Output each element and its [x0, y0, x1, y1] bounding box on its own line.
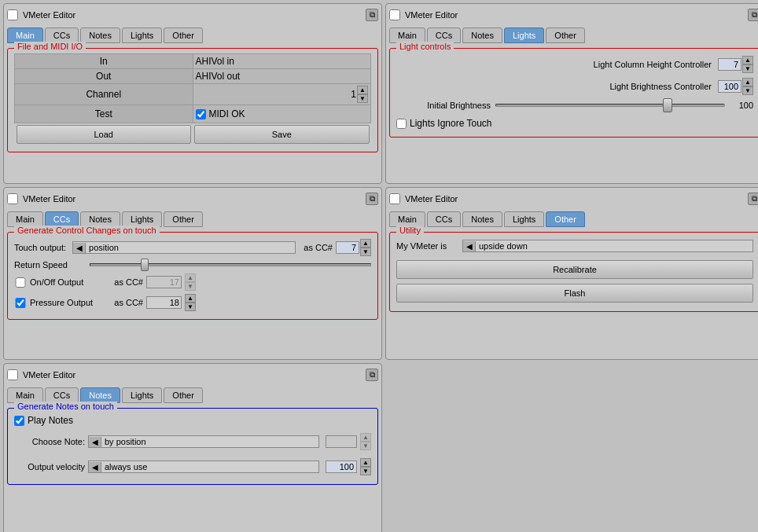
- out-label: Out: [15, 69, 193, 84]
- light-bright-increment[interactable]: ▲: [742, 78, 753, 86]
- titlebar-top-right: VMeter Editor ⧉: [389, 7, 758, 23]
- touch-cc-increment[interactable]: ▲: [360, 239, 371, 248]
- choose-note-dropdown[interactable]: ◀ by position: [88, 435, 319, 448]
- channel-increment[interactable]: ▲: [357, 86, 368, 94]
- tab-other-mid-right[interactable]: Other: [546, 211, 585, 227]
- tab-notes-bottom-left[interactable]: Notes: [80, 387, 120, 403]
- pressure-cc-input[interactable]: [146, 296, 182, 309]
- tab-ccs-bottom-left[interactable]: CCs: [45, 387, 79, 403]
- initial-bright-thumb[interactable]: [663, 98, 672, 112]
- output-vel-value: always use: [101, 461, 318, 472]
- minimize-btn-mid-right[interactable]: ⧉: [748, 193, 758, 205]
- touch-output-dropdown[interactable]: ◀ position: [72, 241, 296, 254]
- light-col-btns: ▲ ▼: [742, 56, 753, 73]
- onoff-check[interactable]: [14, 277, 27, 288]
- choose-note-num[interactable]: [326, 435, 357, 448]
- tab-main-top-left[interactable]: Main: [7, 28, 43, 43]
- light-bright-row: Light Brightness Controller 100 ▲ ▼: [396, 75, 753, 97]
- tab-lights-mid-right[interactable]: Lights: [504, 211, 544, 227]
- midi-ok-check[interactable]: [196, 109, 206, 119]
- minimize-btn-mid-left[interactable]: ⧉: [366, 193, 378, 205]
- recalibrate-button[interactable]: Recalibrate: [396, 260, 753, 279]
- touch-cc-decrement[interactable]: ▼: [360, 248, 371, 256]
- tab-notes-mid-right[interactable]: Notes: [462, 211, 502, 227]
- vmeter-is-dropdown[interactable]: ◀ upside down: [462, 240, 753, 252]
- tab-notes-top-left[interactable]: Notes: [80, 28, 120, 43]
- initial-bright-val: 100: [730, 101, 753, 110]
- tab-main-bottom-left[interactable]: Main: [7, 387, 43, 403]
- choose-note-decrement[interactable]: ▼: [360, 442, 371, 450]
- tab-ccs-top-left[interactable]: CCs: [45, 28, 79, 43]
- load-button[interactable]: Load: [17, 125, 192, 144]
- light-col-increment[interactable]: ▲: [742, 56, 753, 64]
- pressure-check[interactable]: [14, 298, 27, 308]
- tab-other-top-right[interactable]: Other: [546, 28, 585, 43]
- panel-check-top-right[interactable]: [389, 9, 400, 20]
- tabs-mid-left: Main CCs Notes Lights Other: [7, 211, 378, 227]
- save-button[interactable]: Save: [194, 125, 370, 144]
- minimize-btn-bottom-left[interactable]: ⧉: [366, 369, 378, 381]
- titlebar-top-left: VMeter Editor ⧉: [7, 7, 378, 23]
- tab-other-top-left[interactable]: Other: [164, 28, 203, 43]
- vmeter-is-value: upside down: [476, 240, 752, 251]
- tab-ccs-mid-left[interactable]: CCs: [45, 211, 79, 227]
- output-vel-decrement[interactable]: ▼: [360, 467, 371, 475]
- light-bright-btns: ▲ ▼: [742, 78, 753, 95]
- minimize-btn-top-left[interactable]: ⧉: [366, 9, 378, 21]
- tab-main-mid-left[interactable]: Main: [7, 211, 43, 227]
- panel-check-top-left[interactable]: [7, 9, 18, 20]
- tabs-top-right: Main CCs Notes Lights Other: [389, 28, 758, 43]
- light-bright-decrement[interactable]: ▼: [742, 86, 753, 95]
- tab-main-top-right[interactable]: Main: [389, 28, 425, 43]
- panel-check-mid-right[interactable]: [389, 193, 400, 204]
- vmeter-is-label: My VMeter is: [396, 241, 459, 251]
- light-col-val: 7: [718, 58, 741, 71]
- light-col-label: Light Column Height Controller: [396, 60, 715, 69]
- choose-note-increment[interactable]: ▲: [360, 433, 371, 442]
- channel-decrement[interactable]: ▼: [357, 94, 368, 103]
- pressure-cc-increment[interactable]: ▲: [185, 294, 196, 303]
- initial-bright-track[interactable]: [495, 104, 725, 107]
- choose-note-arrow[interactable]: ◀: [89, 437, 101, 447]
- panel-check-mid-left[interactable]: [7, 193, 18, 204]
- tab-notes-top-right[interactable]: Notes: [462, 28, 502, 43]
- ignore-touch-check[interactable]: [396, 119, 407, 129]
- empty-bottom-right: [385, 363, 758, 532]
- return-speed-track[interactable]: [90, 263, 371, 266]
- panel-mid-left: VMeter Editor ⧉ Main CCs Notes Lights Ot…: [3, 187, 382, 360]
- output-vel-label: Output velocity: [14, 462, 85, 471]
- minimize-btn-top-right[interactable]: ⧉: [748, 9, 758, 21]
- tab-other-bottom-left[interactable]: Other: [164, 387, 203, 403]
- touch-output-arrow[interactable]: ◀: [73, 243, 86, 253]
- output-vel-increment[interactable]: ▲: [360, 458, 371, 467]
- tab-lights-mid-left[interactable]: Lights: [122, 211, 162, 227]
- output-vel-arrow[interactable]: ◀: [89, 462, 101, 472]
- tab-main-mid-right[interactable]: Main: [389, 211, 425, 227]
- pressure-cc-btns: ▲ ▼: [185, 294, 196, 311]
- choose-note-row: Choose Note: ◀ by position ▲ ▼: [14, 431, 371, 453]
- test-label: Test: [15, 105, 193, 123]
- output-vel-row: Output velocity ◀ always use 100 ▲ ▼: [14, 456, 371, 478]
- tab-ccs-top-right[interactable]: CCs: [427, 28, 461, 43]
- touch-cc-val: 7: [336, 241, 359, 254]
- vmeter-is-arrow[interactable]: ◀: [463, 241, 476, 251]
- tab-lights-top-right[interactable]: Lights: [504, 28, 544, 43]
- file-midi-section: File and MIDI I/O In AHIVol in Out AHIVo…: [7, 48, 378, 152]
- flash-button[interactable]: Flash: [396, 284, 753, 303]
- onoff-cc-input[interactable]: [146, 276, 182, 288]
- light-col-decrement[interactable]: ▼: [742, 64, 753, 73]
- tab-lights-bottom-left[interactable]: Lights: [122, 387, 162, 403]
- onoff-cc-increment[interactable]: ▲: [185, 273, 196, 282]
- panel-check-bottom-left[interactable]: [7, 369, 18, 380]
- tab-ccs-mid-right[interactable]: CCs: [427, 211, 461, 227]
- onoff-cc-decrement[interactable]: ▼: [185, 282, 196, 291]
- output-vel-dropdown[interactable]: ◀ always use: [88, 460, 319, 473]
- tab-other-mid-left[interactable]: Other: [164, 211, 203, 227]
- channel-label: Channel: [15, 84, 193, 105]
- tab-lights-top-left[interactable]: Lights: [122, 28, 162, 43]
- play-notes-check[interactable]: [14, 416, 24, 426]
- pressure-cc-decrement[interactable]: ▼: [185, 303, 196, 311]
- panel-title-top-right: VMeter Editor: [405, 10, 458, 20]
- tab-notes-mid-left[interactable]: Notes: [80, 211, 120, 227]
- return-speed-thumb[interactable]: [141, 259, 149, 271]
